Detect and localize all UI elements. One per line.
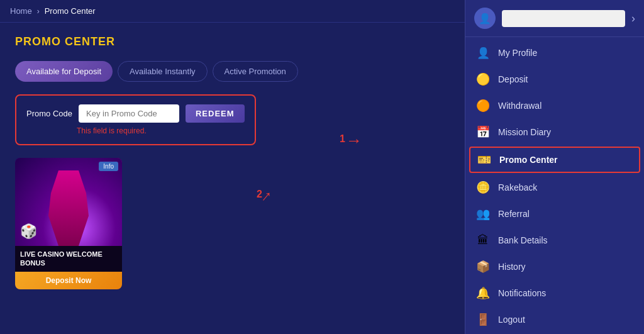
deposit-now-button[interactable]: Deposit Now: [15, 272, 122, 289]
sidebar-item-notifications[interactable]: 🔔 Notifications: [465, 280, 644, 306]
sidebar-label-bank-details: Bank Details: [498, 235, 548, 245]
sidebar-item-referral[interactable]: 👥 Referral: [465, 201, 644, 227]
sidebar-menu: 👤 My Profile 🟡 Deposit 🟠 Withdrawal 📅 Mi…: [465, 37, 644, 334]
sidebar-label-referral: Referral: [498, 209, 530, 219]
annotation-arrow-1: →: [346, 131, 362, 150]
sidebar-header: 👤 ›: [465, 0, 644, 37]
promo-code-error: This field is required.: [77, 126, 245, 135]
promo-code-input[interactable]: [79, 104, 179, 123]
tab-active-promotion[interactable]: Active Promotion: [213, 61, 298, 82]
withdrawal-icon: 🟠: [475, 99, 491, 112]
profile-icon: 👤: [475, 47, 491, 59]
promo-card: 🎲 Info LIVE CASINO WELCOME BONUS Deposit…: [15, 158, 122, 289]
promo-code-box: Promo Code REDEEM This field is required…: [15, 94, 256, 145]
annotation-label-1: 1: [340, 133, 345, 145]
sidebar-item-deposit[interactable]: 🟡 Deposit: [465, 66, 644, 92]
avatar-icon: 👤: [479, 13, 491, 25]
promo-card-image: 🎲 Info: [15, 158, 122, 246]
username-input[interactable]: [502, 10, 625, 27]
sidebar-label-my-profile: My Profile: [498, 48, 537, 58]
tabs-container: Available for Deposit Available Instantl…: [15, 61, 444, 82]
sidebar-item-my-profile[interactable]: 👤 My Profile: [465, 40, 644, 66]
sidebar-item-mission-diary[interactable]: 📅 Mission Diary: [465, 119, 644, 145]
promo-code-label: Promo Code: [26, 109, 72, 118]
sidebar-label-notifications: Notifications: [498, 288, 546, 298]
sidebar-item-promo-center[interactable]: 🎫 Promo Center: [469, 147, 640, 173]
sidebar-item-logout[interactable]: 🚪 Logout: [465, 306, 644, 333]
sidebar-item-rakeback[interactable]: 🪙 Rakeback: [465, 174, 644, 201]
tab-available-instantly[interactable]: Available Instantly: [118, 61, 208, 82]
promo-card-title: LIVE CASINO WELCOME BONUS: [15, 246, 122, 272]
sidebar-label-logout: Logout: [498, 315, 525, 325]
info-badge[interactable]: Info: [99, 162, 118, 171]
page-title: PROMO CENTER: [15, 35, 444, 48]
sidebar-chevron-icon[interactable]: ›: [631, 12, 635, 25]
bank-details-icon: 🏛: [475, 234, 491, 247]
notifications-icon: 🔔: [475, 287, 491, 299]
promo-center-icon: 🎫: [477, 153, 492, 166]
mission-diary-icon: 📅: [475, 126, 491, 138]
sidebar-item-bank-details[interactable]: 🏛 Bank Details: [465, 227, 644, 253]
avatar: 👤: [474, 8, 496, 29]
referral-icon: 👥: [475, 208, 491, 220]
rakeback-icon: 🪙: [475, 181, 491, 194]
sidebar-item-withdrawal[interactable]: 🟠 Withdrawal: [465, 92, 644, 119]
sidebar-label-promo-center: Promo Center: [499, 155, 558, 165]
deposit-icon: 🟡: [475, 73, 491, 86]
sidebar-label-history: History: [498, 262, 526, 272]
promo-code-row: Promo Code REDEEM: [26, 104, 245, 123]
breadcrumb-home[interactable]: Home: [10, 6, 32, 16]
tab-available-deposit[interactable]: Available for Deposit: [15, 61, 113, 82]
history-icon: 📦: [475, 260, 491, 273]
breadcrumb-separator: ›: [37, 7, 40, 16]
dice-decoration: 🎲: [20, 223, 37, 240]
sidebar-label-mission-diary: Mission Diary: [498, 127, 551, 137]
redeem-button[interactable]: REDEEM: [186, 104, 245, 123]
sidebar-item-history[interactable]: 📦 History: [465, 253, 644, 280]
sidebar-label-deposit: Deposit: [498, 74, 528, 84]
sidebar-label-withdrawal: Withdrawal: [498, 101, 541, 111]
main-content: PROMO CENTER Available for Deposit Avail…: [0, 23, 459, 302]
sidebar-label-rakeback: Rakeback: [498, 182, 537, 192]
logout-icon: 🚪: [475, 313, 491, 326]
breadcrumb-current: Promo Center: [45, 6, 96, 16]
sidebar-panel: 👤 › 👤 My Profile 🟡 Deposit 🟠 Withdrawal …: [465, 0, 644, 334]
